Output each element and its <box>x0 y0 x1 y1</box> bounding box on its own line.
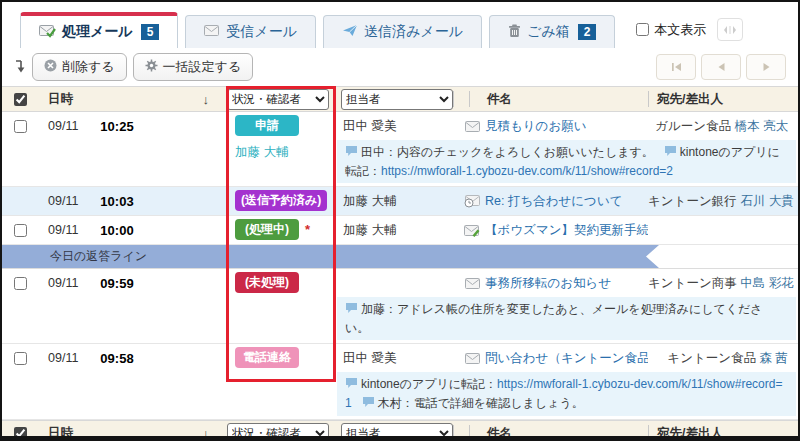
sort-desc-icon[interactable]: ↓ <box>203 426 210 441</box>
trash-icon <box>508 24 521 41</box>
recipient-company: ガルーン食品 <box>655 119 731 133</box>
header-divider <box>469 425 485 441</box>
tab-bar: 処理メール5受信メール送信済みメールごみ箱2 本文表示 <box>2 2 798 48</box>
delete-button[interactable]: 削除する <box>32 53 127 81</box>
previous-page-icon <box>716 60 727 75</box>
toolbar-top: 削除する 一括設定する <box>2 48 798 86</box>
row-checkbox[interactable] <box>14 120 27 133</box>
recipient-person-link[interactable]: 森 茜 <box>760 351 788 365</box>
splitter-icon <box>723 25 737 35</box>
subject-link[interactable]: Re: 打ち合わせについて <box>485 194 622 208</box>
assignee-filter-select[interactable]: 担当者 <box>341 423 453 441</box>
status-badge: (送信予約済み) <box>235 190 327 211</box>
row-checkbox[interactable] <box>14 277 27 290</box>
subject-header: 件名 <box>485 91 648 108</box>
tab-count-badge: 2 <box>578 24 597 40</box>
recipient-person-link[interactable]: 中島 彩花 <box>740 276 793 290</box>
comment-text: 木村：電話で詳細を確認しましょう。 <box>378 396 584 410</box>
header-divider <box>453 91 469 107</box>
process-mail-icon <box>39 24 56 41</box>
mail-time: 10:00 <box>100 223 133 238</box>
subject-link[interactable]: 事務所移転のお知らせ <box>485 276 611 290</box>
mail-row: 09/1109:59(未処理)事務所移転のお知らせキントーン商事 中島 彩花加藤… <box>2 269 798 344</box>
mail-icon <box>453 352 485 364</box>
subject-header: 件名 <box>485 425 648 441</box>
body-view-checkbox[interactable] <box>636 23 649 36</box>
mail-time: 09:59 <box>100 276 133 291</box>
comment-block: 加藤：アドレス帳の住所を変更したあと、メールを処理済みにしてください。 <box>337 297 796 340</box>
tab-received-mail[interactable]: 受信メール <box>185 15 316 48</box>
row-checkbox[interactable] <box>14 352 27 365</box>
mail-icon <box>453 120 485 132</box>
mail-date: 09/11 <box>48 351 78 365</box>
mail-date: 09/11 <box>48 223 78 237</box>
tab-label: 送信済みメール <box>364 23 463 41</box>
next-page-icon <box>761 60 772 75</box>
subject-link[interactable]: 【ボウズマン】契約更新手続きのお願い <box>485 223 648 237</box>
comment-block: kintoneのアプリに転記：https://mwforall-1.cybozu… <box>337 372 796 416</box>
mail-icon <box>453 277 485 289</box>
sort-desc-icon[interactable]: ↓ <box>203 92 210 107</box>
scroll-to-bottom-icon[interactable] <box>10 59 28 75</box>
comment-bubble-icon <box>345 376 358 394</box>
status-badge: 申請 <box>235 115 299 136</box>
mail-row: 09/1109:58電話連絡田中 愛美問い合わせ（キントーン食品）キントーン食品… <box>2 344 798 420</box>
first-page-button[interactable] <box>656 54 696 80</box>
select-all-checkbox[interactable] <box>14 93 27 106</box>
body-view-label: 本文表示 <box>654 21 706 39</box>
tab-count-badge: 5 <box>141 24 160 40</box>
recipient-cell: キントーン銀行 石川 大貴 <box>648 193 798 210</box>
comment-bubble-icon <box>345 144 358 162</box>
tab-label: 受信メール <box>226 23 297 41</box>
status-badge: (処理中) <box>235 219 299 240</box>
row-checkbox[interactable] <box>14 224 27 237</box>
comment-text: kintoneのアプリに転記： <box>361 377 497 391</box>
reply-deadline-banner: 今日の返答ライン <box>2 245 659 268</box>
recipient-person-link[interactable]: 石川 大貴 <box>740 194 793 208</box>
tab-trash[interactable]: ごみ箱2 <box>489 15 615 48</box>
mail-date: 09/11 <box>48 119 78 133</box>
body-view-group: 本文表示 <box>636 18 743 41</box>
mail-date: 09/11 <box>48 194 78 208</box>
assignee-filter-select[interactable]: 担当者 <box>341 89 453 110</box>
recipient-header: 宛先/差出人 <box>648 91 798 107</box>
tab-list: 処理メール5受信メール送信済みメールごみ箱2 <box>20 12 622 48</box>
datetime-header: 日時 <box>48 91 73 108</box>
recipient-header: 宛先/差出人 <box>648 425 798 441</box>
tab-label: 処理メール <box>62 23 133 41</box>
status-filter-select[interactable]: 状況・確認者 <box>227 423 329 441</box>
subject-link[interactable]: 問い合わせ（キントーン食品） <box>485 351 648 365</box>
first-page-icon <box>671 60 682 75</box>
status-filter-select[interactable]: 状況・確認者 <box>227 89 329 110</box>
bulk-setting-button-label: 一括設定する <box>163 58 242 76</box>
tab-sent-mail[interactable]: 送信済みメール <box>323 15 482 48</box>
comment-block: 田中：内容のチェックをよろしくお願いいたします。kintoneのアプリに転記：h… <box>337 140 796 183</box>
confirmer-link[interactable]: 加藤 大輔 <box>235 144 337 161</box>
recipient-cell: ガルーン食品 橋本 亮太 <box>648 118 798 135</box>
mail-time: 09:58 <box>100 351 133 366</box>
mail-app-window: 処理メール5受信メール送信済みメールごみ箱2 本文表示 削除する 一括設定する <box>0 0 800 441</box>
select-all-checkbox[interactable] <box>14 427 27 440</box>
bulk-setting-button[interactable]: 一括設定する <box>133 53 254 81</box>
next-page-button[interactable] <box>746 54 786 80</box>
table-header-top: 日時 ↓ 状況・確認者 担当者 件名 宛先/差出人 <box>2 86 798 112</box>
draft-mail-icon <box>453 224 485 237</box>
recipient-person-link[interactable]: 橋本 亮太 <box>735 119 788 133</box>
pane-toggle-button[interactable] <box>717 18 743 41</box>
assignee-name: 田中 愛美 <box>337 350 453 367</box>
mail-time: 10:03 <box>100 194 133 209</box>
mail-list: 09/1110:25申請加藤 大輔田中 愛美見積もりのお願いガルーン食品 橋本 … <box>2 112 798 420</box>
comment-bubble-icon <box>664 144 677 162</box>
subject-link[interactable]: 見積もりのお願い <box>485 119 586 133</box>
pagination-top <box>656 54 790 80</box>
previous-page-button[interactable] <box>701 54 741 80</box>
table-header-bottom: 日時 ↓ 状況・確認者 担当者 件名 宛先/差出人 <box>2 420 798 441</box>
mail-date: 09/11 <box>48 276 78 290</box>
recipient-company: キントーン食品 <box>667 351 756 365</box>
assignee-name: 田中 愛美 <box>337 118 453 135</box>
comment-link[interactable]: https://mwforall-1.cybozu-dev.com/k/11/s… <box>381 164 673 178</box>
tab-process-mail[interactable]: 処理メール5 <box>20 12 178 48</box>
status-badge: 電話連絡 <box>235 347 299 368</box>
header-divider <box>453 425 469 441</box>
assignee-name: 加藤 大輔 <box>337 222 453 239</box>
